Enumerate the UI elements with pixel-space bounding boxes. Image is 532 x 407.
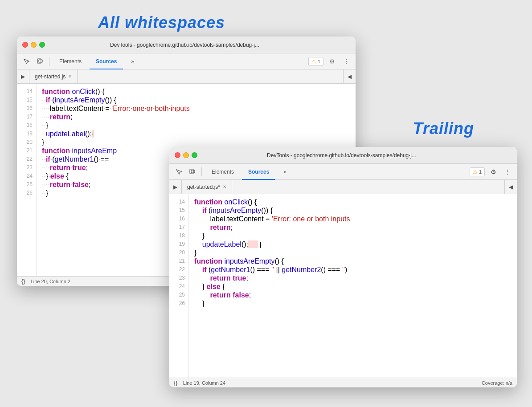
tab-more-2[interactable]: » — [277, 164, 293, 180]
code2-line-22: if (getNumber1() === '' || getNumber2() … — [194, 265, 517, 274]
code2-line-19: updateLabel(); — [194, 240, 517, 248]
ln-14: 14 — [17, 87, 36, 96]
code2-line-14: function onClick() { — [194, 198, 517, 206]
code-line-16: ····label.textContent·=·'Error:·one·or·b… — [42, 104, 356, 113]
device-toolbar-icon-2[interactable] — [186, 166, 198, 178]
code2-line-18: } — [194, 232, 517, 240]
toolbar-1: Elements Sources » ⚠ 1 ⚙ ⋮ — [17, 53, 356, 69]
status-bar-2: {} Line 19, Column 24 Coverage: n/a — [169, 378, 517, 387]
file-tab-bar-2: ▶ get-started.js* ✕ ◀ — [169, 180, 517, 194]
code-inner-2: 14 15 16 17 18 19 20 21 22 23 24 25 26 f… — [169, 194, 517, 378]
braces-icon-2: {} — [174, 379, 178, 386]
file-tab-name-1: get-started.js — [35, 73, 65, 80]
more-options-icon-1[interactable]: ⋮ — [340, 56, 352, 67]
ln2-19: 19 — [169, 240, 188, 248]
devtools-window-2: DevTools - googlechrome.github.io/devtoo… — [169, 147, 517, 387]
ln2-26: 26 — [169, 299, 188, 308]
line-numbers-2: 14 15 16 17 18 19 20 21 22 23 24 25 26 — [169, 194, 189, 378]
toolbar-2: Elements Sources » ⚠ 1 ⚙ ⋮ — [169, 164, 517, 180]
more-options-icon-2[interactable]: ⋮ — [502, 166, 513, 178]
code2-line-15: if (inputsAreEmpty()) { — [194, 206, 517, 215]
warning-count-2: 1 — [479, 169, 482, 175]
ln2-17: 17 — [169, 223, 188, 232]
warning-count-1: 1 — [318, 59, 320, 64]
code2-line-20: } — [194, 248, 517, 257]
settings-icon-2[interactable]: ⚙ — [487, 166, 499, 178]
file-nav-right-2[interactable]: ◀ — [504, 180, 517, 194]
window-title-1: DevTools - googlechrome.github.io/devtoo… — [19, 42, 350, 48]
ln2-25: 25 — [169, 291, 188, 299]
ln2-14: 14 — [169, 198, 188, 206]
code2-line-21: function inputsAreEmpty() { — [194, 257, 517, 265]
file-nav-right-1[interactable]: ◀ — [343, 69, 356, 84]
settings-icon-1[interactable]: ⚙ — [326, 56, 338, 67]
file-tab-bar-1: ▶ get-started.js ✕ ◀ — [17, 69, 356, 84]
code-line-15: ··if·(inputsAreEmpty())·{ — [42, 96, 356, 104]
file-tab-2[interactable]: get-started.js* ✕ — [182, 180, 232, 194]
file-tab-name-2: get-started.js* — [187, 184, 220, 190]
coverage-status: Coverage: n/a — [482, 380, 512, 386]
ln-22: 22 — [17, 155, 36, 163]
file-tab-close-2[interactable]: ✕ — [223, 184, 226, 189]
warning-icon-2: ⚠ — [473, 169, 478, 175]
ln-21: 21 — [17, 147, 36, 155]
toolbar-separator-2 — [201, 167, 202, 176]
ln-16: 16 — [17, 104, 36, 113]
toolbar-right-2: ⚠ 1 ⚙ ⋮ — [470, 166, 513, 178]
file-nav-toggle-2[interactable]: ▶ — [169, 180, 182, 194]
toolbar-separator — [49, 57, 49, 66]
ln2-22: 22 — [169, 265, 188, 274]
title-bar-2: DevTools - googlechrome.github.io/devtoo… — [169, 147, 517, 164]
line-numbers-1: 14 15 16 17 18 19 20 21 22 23 24 25 26 — [17, 84, 37, 276]
code-line-14: function·onClick()·{ — [42, 87, 356, 96]
tab-sources-2[interactable]: Sources — [242, 164, 275, 180]
ln2-18: 18 — [169, 232, 188, 240]
ln-18: 18 — [17, 121, 36, 130]
tab-sources-1[interactable]: Sources — [90, 53, 123, 69]
code2-line-16: label.textContent = 'Error: one or both … — [194, 215, 517, 223]
ln2-24: 24 — [169, 282, 188, 291]
status-position-1: Line 20, Column 2 — [31, 279, 70, 284]
select-tool-icon-2[interactable] — [173, 166, 184, 178]
ln2-23: 23 — [169, 274, 188, 282]
device-toolbar-icon[interactable] — [34, 56, 45, 67]
heading-all-whitespaces: All whitespaces — [98, 13, 225, 32]
select-tool-icon[interactable] — [20, 56, 32, 67]
ln2-15: 15 — [169, 206, 188, 215]
warning-icon-1: ⚠ — [311, 58, 316, 65]
file-tab-1[interactable]: get-started.js ✕ — [29, 69, 78, 84]
code-container-2: 14 15 16 17 18 19 20 21 22 23 24 25 26 f… — [169, 194, 517, 378]
toolbar-right-1: ⚠ 1 ⚙ ⋮ — [308, 56, 352, 67]
title-bar-1: DevTools - googlechrome.github.io/devtoo… — [17, 37, 356, 53]
code-line-20: } — [42, 138, 356, 147]
ln2-16: 16 — [169, 215, 188, 223]
tab-more-1[interactable]: » — [125, 53, 140, 69]
ln2-20: 20 — [169, 248, 188, 257]
warning-badge-1[interactable]: ⚠ 1 — [308, 57, 323, 66]
tab-elements-1[interactable]: Elements — [53, 53, 88, 69]
code-line-18: ··} — [42, 121, 356, 130]
file-tab-close-1[interactable]: ✕ — [68, 74, 72, 79]
window-title-2: DevTools - googlechrome.github.io/devtoo… — [172, 152, 512, 159]
code-line-17: ····return; — [42, 113, 356, 121]
tab-elements-2[interactable]: Elements — [205, 164, 240, 180]
ln-25: 25 — [17, 180, 36, 189]
code2-line-24: } else { — [194, 282, 517, 291]
svg-rect-1 — [39, 60, 42, 62]
svg-rect-3 — [191, 170, 195, 173]
braces-icon-1: {} — [21, 278, 25, 285]
code-line-19: ··updateLabel();· — [42, 130, 356, 138]
ln-26: 26 — [17, 189, 36, 197]
ln-23: 23 — [17, 163, 36, 172]
status-position-2: Line 19, Column 24 — [183, 380, 225, 386]
heading-trailing: Trailing — [413, 119, 474, 138]
warning-badge-2[interactable]: ⚠ 1 — [470, 167, 485, 176]
ln-17: 17 — [17, 113, 36, 121]
code2-line-26: } — [194, 299, 517, 308]
code2-line-25: return false; — [194, 291, 517, 299]
page-background: All whitespaces Trailing DevTools - goog… — [0, 0, 532, 407]
file-nav-toggle-1[interactable]: ▶ — [17, 69, 29, 84]
ln-20: 20 — [17, 138, 36, 147]
code2-line-17: return; — [194, 223, 517, 232]
code-content-2[interactable]: function onClick() { if (inputsAreEmpty(… — [189, 194, 517, 378]
